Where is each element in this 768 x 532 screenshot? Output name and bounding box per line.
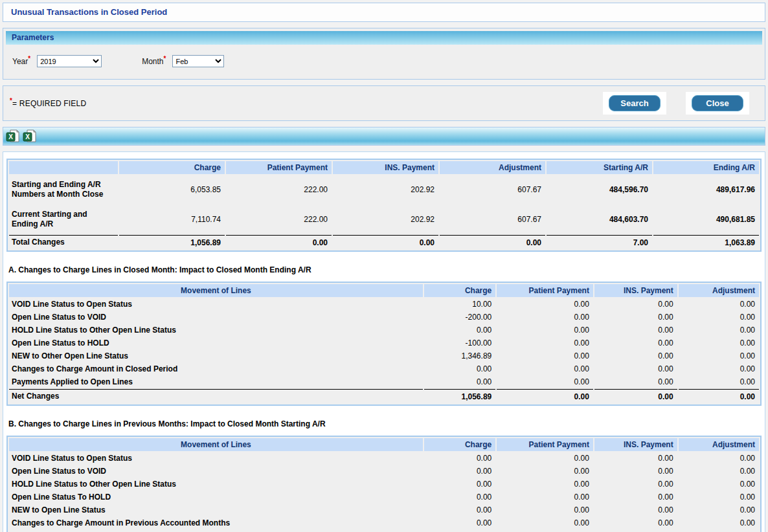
table-row: HOLD Line Status to Other Open Line Stat… xyxy=(9,324,759,336)
cell-value: 0.00 xyxy=(679,452,759,464)
table-row: VOID Line Status to Open Status 10.00 0.… xyxy=(9,298,759,310)
search-button[interactable]: Search xyxy=(609,95,661,111)
cell-value: 0.00 xyxy=(594,452,677,464)
year-label-text: Year xyxy=(12,57,28,66)
summary-table-box: Charge Patient Payment INS. Payment Adju… xyxy=(6,159,762,252)
year-select[interactable]: 2019 xyxy=(37,55,102,67)
cell-value: 0.00 xyxy=(594,376,677,388)
row-label: VOID Line Status to Open Status xyxy=(9,452,423,464)
section-a-table: Movement of Lines Charge Patient Payment… xyxy=(8,283,760,405)
cell-value: -100.00 xyxy=(424,337,495,349)
row-label: Open Line Status to VOID xyxy=(9,465,423,477)
row-label: VOID Line Status to Open Status xyxy=(9,298,423,310)
cell-value: 0.00 xyxy=(679,298,759,310)
cell-value: 0.00 xyxy=(679,350,759,362)
cell-value: 0.00 xyxy=(679,337,759,349)
year-label: Year* xyxy=(12,57,30,66)
row-label: Current Starting and Ending A/R xyxy=(9,205,118,234)
row-label: Starting and Ending A/R Numbers at Month… xyxy=(9,175,118,204)
cell-value: 0.00 xyxy=(497,337,593,349)
actions-row: *= REQUIRED FIELD Search Close xyxy=(3,85,765,121)
month-label-text: Month xyxy=(142,57,163,66)
table-row: Starting and Ending A/R Numbers at Month… xyxy=(9,175,759,204)
cell-value: 0.00 xyxy=(497,504,593,516)
cell-value: 0.00 xyxy=(594,491,677,503)
row-label: Net Changes xyxy=(9,389,423,403)
total-row: Total Changes 1,056.89 0.00 0.00 0.00 7.… xyxy=(9,235,759,249)
svg-text:X: X xyxy=(8,133,13,140)
cell-value: 0.00 xyxy=(594,363,677,375)
cell-value: 0.00 xyxy=(424,517,495,529)
summary-header-row: Charge Patient Payment INS. Payment Adju… xyxy=(9,161,759,174)
section-a-header-row: Movement of Lines Charge Patient Payment… xyxy=(9,284,759,297)
cell-value: 0.00 xyxy=(497,478,593,490)
cell-value: 0.00 xyxy=(594,517,677,529)
excel-export-icon[interactable]: X xyxy=(6,129,20,143)
page-title: Unusual Transactions in Closed Period xyxy=(3,3,765,22)
column-header: Starting A/R xyxy=(547,161,652,174)
cell-value: 0.00 xyxy=(679,478,759,490)
row-label: NEW to Open Line Status xyxy=(9,504,423,516)
table-row: Current Starting and Ending A/R 7,110.74… xyxy=(9,205,759,234)
month-label: Month* xyxy=(142,57,166,66)
cell-value: 489,617.96 xyxy=(653,175,759,204)
cell-value: 1,346.89 xyxy=(424,350,495,362)
column-header: Adjustment xyxy=(440,161,545,174)
cell-value: 0.00 xyxy=(594,478,677,490)
column-header: Charge xyxy=(424,438,495,451)
table-row: Changes to Charge Amount in Closed Perio… xyxy=(9,363,759,375)
cell-value: -200.00 xyxy=(424,311,495,323)
row-label: Open Line Status To HOLD xyxy=(9,491,423,503)
column-header: Ending A/R xyxy=(653,161,759,174)
table-row: HOLD Line Status to Other Open Line Stat… xyxy=(9,478,759,490)
cell-value: 6,053.85 xyxy=(119,175,225,204)
cell-value: 0.00 xyxy=(497,465,593,477)
table-row: Changes to Charge Amount in Previous Acc… xyxy=(9,517,759,529)
section-b-header-row: Movement of Lines Charge Patient Payment… xyxy=(9,438,759,451)
cell-value: 0.00 xyxy=(497,491,593,503)
column-header: Movement of Lines xyxy=(9,438,423,451)
month-required-asterisk: * xyxy=(164,55,166,62)
cell-value: 484,603.70 xyxy=(547,205,652,234)
month-select[interactable]: Feb xyxy=(172,55,224,67)
cell-value: 0.00 xyxy=(679,491,759,503)
table-row: NEW to Other Open Line Status 1,346.89 0… xyxy=(9,350,759,362)
cell-value: 0.00 xyxy=(424,324,495,336)
cell-value: 0.00 xyxy=(594,465,677,477)
column-header: Patient Payment xyxy=(226,161,332,174)
cell-value: 0.00 xyxy=(679,389,759,403)
row-label: Changes to Charge Amount in Previous Acc… xyxy=(9,517,423,529)
table-row: Open Line Status To HOLD 0.00 0.00 0.00 … xyxy=(9,491,759,503)
table-row: VOID Line Status to Open Status 0.00 0.0… xyxy=(9,452,759,464)
table-row: Open Line Status to VOID 0.00 0.00 0.00 … xyxy=(9,465,759,477)
row-label: HOLD Line Status to Other Open Line Stat… xyxy=(9,324,423,336)
cell-value: 0.00 xyxy=(594,298,677,310)
cell-value: 7.00 xyxy=(547,235,652,249)
cell-value: 0.00 xyxy=(424,376,495,388)
column-header: Charge xyxy=(424,284,495,297)
cell-value: 222.00 xyxy=(226,175,332,204)
cell-value: 0.00 xyxy=(679,376,759,388)
cell-value: 0.00 xyxy=(497,517,593,529)
cell-value: 0.00 xyxy=(497,298,593,310)
cell-value: 490,681.85 xyxy=(653,205,759,234)
cell-value: 0.00 xyxy=(497,350,593,362)
row-label: Open Line Status to VOID xyxy=(9,311,423,323)
cell-value: 0.00 xyxy=(594,311,677,323)
column-header: INS. Payment xyxy=(594,284,677,297)
results-panel: Charge Patient Payment INS. Payment Adju… xyxy=(3,151,765,532)
cell-value: 7,110.74 xyxy=(119,205,225,234)
column-header: Movement of Lines xyxy=(9,284,423,297)
close-button[interactable]: Close xyxy=(692,95,743,111)
column-header: INS. Payment xyxy=(594,438,677,451)
excel-export-icon[interactable]: X xyxy=(23,129,37,143)
cell-value: 0.00 xyxy=(497,452,593,464)
cell-value: 0.00 xyxy=(424,452,495,464)
cell-value: 0.00 xyxy=(424,363,495,375)
cell-value: 0.00 xyxy=(594,504,677,516)
summary-table: Charge Patient Payment INS. Payment Adju… xyxy=(8,160,760,250)
section-b-table-box: Movement of Lines Charge Patient Payment… xyxy=(6,436,762,532)
button-area: Search Close xyxy=(603,92,749,115)
table-row: Payments Applied to Open Lines 0.00 0.00… xyxy=(9,376,759,388)
column-header: Patient Payment xyxy=(497,438,593,451)
